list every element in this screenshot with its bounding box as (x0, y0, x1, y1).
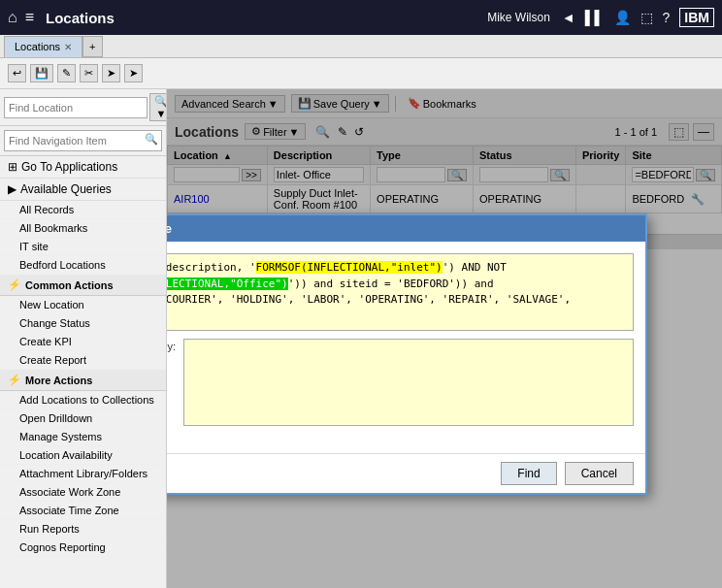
sidebar-item-create-kpi[interactable]: Create KPI (0, 333, 166, 351)
current-query-row: Current Query: (167, 339, 634, 426)
user-icon[interactable]: 👤 (614, 10, 631, 25)
chart-icon[interactable]: ▌▌ (585, 10, 605, 25)
sidebar-item-change-status[interactable]: Change Status (0, 314, 166, 333)
toolbar-back-btn[interactable]: ↩ (8, 64, 26, 82)
toolbar-forward-btn[interactable]: ➤ (102, 64, 120, 82)
modal-body: ((contains(description, 'FORMSOF(INFLECT… (167, 242, 645, 453)
sidebar-item-manage-systems[interactable]: Manage Systems (0, 428, 166, 446)
sidebar-item-open-drilldown[interactable]: Open Drilldown (0, 409, 166, 428)
where-clause-query-box[interactable]: ((contains(description, 'FORMSOF(INFLECT… (167, 253, 634, 331)
query-text-part4: type in ( 'COURIER', 'HOLDING', 'LABOR',… (167, 293, 571, 322)
tab-label: Locations (15, 41, 60, 52)
top-icons: ◄ ▌▌ 👤 ⬚ ? IBM (562, 8, 714, 27)
nav-search-icon: 🔍 (145, 133, 158, 146)
sidebar-label: Go To Applications (21, 160, 117, 174)
sidebar-item-run-reports[interactable]: Run Reports (0, 520, 166, 539)
sidebar-item-all-records[interactable]: All Records (0, 201, 166, 219)
query-text-part2: ') AND NOT (443, 261, 507, 274)
where-clause-modal: Where Clause ((contains(description, 'FO… (167, 213, 647, 495)
toolbar-save-btn[interactable]: 💾 (30, 64, 53, 82)
sidebar-label: Available Queries (20, 182, 112, 196)
page-title: Locations (46, 10, 487, 26)
help-icon[interactable]: ? (663, 10, 671, 25)
new-tab-btn[interactable]: + (82, 36, 102, 57)
sidebar-item-associate-time-zone[interactable]: Associate Time Zone (0, 502, 166, 520)
sidebar-more-actions-header[interactable]: ⚡ More Actions (0, 370, 166, 391)
location-search-input[interactable] (4, 97, 148, 118)
user-name: Mike Wilson (487, 11, 550, 24)
sidebar-item-new-location[interactable]: New Location (0, 296, 166, 314)
lightning2-icon: ⚡ (8, 374, 21, 386)
sidebar-item-add-locations[interactable]: Add Locations to Collections (0, 391, 166, 409)
switch-icon[interactable]: ⬚ (640, 10, 653, 25)
lightning-icon: ⚡ (8, 278, 21, 291)
grid-icon: ⊞ (8, 160, 17, 174)
sidebar-common-actions-header[interactable]: ⚡ Common Actions (0, 275, 166, 296)
modal-footer: Find Cancel (167, 453, 645, 493)
locations-tab[interactable]: Locations ✕ (4, 36, 82, 57)
content-area: Advanced Search ▼ 💾 Save Query ▼ 🔖 Bookm… (167, 89, 722, 588)
sidebar-item-available-queries[interactable]: ▶ Available Queries (0, 179, 166, 201)
query-highlight-yellow: FORMSOF(INFLECTIONAL,"inlet") (256, 261, 443, 274)
modal-title: Where Clause (167, 221, 172, 236)
sidebar-item-associate-work-zone[interactable]: Associate Work Zone (0, 483, 166, 502)
modal-header: Where Clause (167, 215, 645, 242)
sidebar-item-cognos-reporting[interactable]: Cognos Reporting (0, 539, 166, 557)
toolbar-cut-btn[interactable]: ✂ (80, 64, 98, 82)
main-layout: 🔍▼ 🔍 ⊞ Go To Applications ▶ Available Qu… (0, 89, 722, 588)
sidebar: 🔍▼ 🔍 ⊞ Go To Applications ▶ Available Qu… (0, 89, 167, 588)
top-bar: ⌂ ≡ Locations Mike Wilson ◄ ▌▌ 👤 ⬚ ? IBM (0, 0, 722, 35)
triangle-icon: ▶ (8, 182, 16, 196)
query-highlight-green: FORMSOF(INFLECTIONAL,"Office") (167, 278, 288, 290)
sidebar-item-go-to-applications[interactable]: ⊞ Go To Applications (0, 156, 166, 179)
ibm-logo: IBM (679, 8, 714, 27)
sidebar-group-label2: More Actions (25, 375, 92, 386)
home-icon[interactable]: ⌂ (8, 9, 17, 26)
location-search-btn[interactable]: 🔍▼ (149, 93, 167, 121)
main-toolbar: ↩ 💾 ✎ ✂ ➤ ➤ (0, 58, 722, 89)
sidebar-item-location-availability[interactable]: Location Availability (0, 446, 166, 465)
tab-bar: Locations ✕ + (0, 35, 722, 58)
query-text-part1: ((contains(description, ' (167, 261, 256, 274)
sidebar-item-it-site[interactable]: IT site (0, 238, 166, 256)
sidebar-item-create-report[interactable]: Create Report (0, 351, 166, 370)
cancel-btn[interactable]: Cancel (565, 462, 634, 485)
sidebar-item-attachment-library[interactable]: Attachment Library/Folders (0, 465, 166, 483)
toolbar-edit-btn[interactable]: ✎ (57, 64, 76, 82)
tab-close-btn[interactable]: ✕ (64, 42, 72, 52)
current-query-textarea[interactable] (183, 339, 634, 426)
query-text-part3: ')) and siteid = 'BEDFORD')) and (288, 278, 494, 290)
toolbar-next-btn[interactable]: ➤ (124, 64, 143, 82)
sidebar-item-bedford-locations[interactable]: Bedford Locations (0, 256, 166, 275)
current-query-label: Current Query: (167, 339, 176, 352)
nav-search-input[interactable] (4, 130, 162, 151)
menu-icon[interactable]: ≡ (25, 9, 34, 26)
modal-overlay: Where Clause ((contains(description, 'FO… (167, 89, 722, 588)
sidebar-item-all-bookmarks[interactable]: All Bookmarks (0, 219, 166, 238)
sidebar-search-area: 🔍▼ (0, 89, 166, 126)
sidebar-group-label: Common Actions (25, 279, 114, 291)
find-btn[interactable]: Find (501, 462, 556, 485)
send-icon[interactable]: ◄ (562, 10, 575, 25)
